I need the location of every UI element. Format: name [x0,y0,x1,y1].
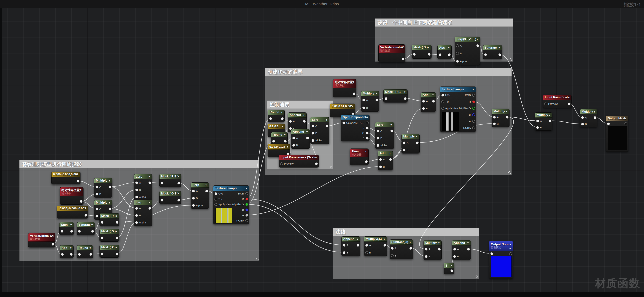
dropdown-icon[interactable]: ▼ [80,188,82,191]
input-pin-B[interactable] [493,122,496,125]
input-pin-B[interactable] [365,251,368,254]
dropdown-icon[interactable]: ▼ [438,242,440,244]
input-pin-0[interactable] [484,53,487,56]
node-appn1[interactable]: Append▼AB [342,236,360,256]
input-pin-B[interactable] [192,197,195,200]
node-add1[interactable]: Add▼AB [421,92,436,112]
input-pin-B[interactable] [581,123,584,126]
input-pin-A[interactable] [493,116,496,119]
dropdown-icon[interactable]: ▼ [568,96,570,99]
dropdown-icon[interactable]: ▼ [177,192,180,195]
dropdown-icon[interactable]: ▼ [390,124,392,126]
output-pin-0[interactable] [84,214,87,217]
output-pin-0[interactable] [365,160,368,163]
dropdown-icon[interactable]: ▼ [352,80,355,83]
node-rnd3[interactable]: Round▼ [77,245,93,258]
dropdown-icon[interactable]: ▼ [404,90,406,94]
output-pin-0[interactable] [594,116,596,119]
dropdown-icon[interactable]: ▼ [84,207,86,210]
input-pin-UVs[interactable] [214,192,217,195]
dropdown-icon[interactable]: ▼ [364,150,367,152]
collapse-icon[interactable]: ▲ [245,187,248,190]
node-outn[interactable]: Output Normal正在预览▲ [489,241,513,279]
dropdown-icon[interactable]: ▼ [448,46,450,49]
node-mula[interactable]: Multiply▼AB [94,178,112,198]
output-pin-0[interactable] [548,120,552,122]
input-pin-B[interactable] [425,255,428,258]
output-pin-0[interactable] [80,200,82,203]
dropdown-icon[interactable]: ▼ [302,114,305,116]
node-split1[interactable]: SplitComponents▼Color (V3)RGBRGB [341,114,370,141]
output-pin-0[interactable] [77,180,80,182]
node-header[interactable]: SplitComponents [341,115,369,120]
dropdown-icon[interactable]: ▼ [115,246,118,249]
input-pin-Alpha[interactable] [456,60,459,63]
output-pin-0[interactable] [303,120,306,123]
output-pin-RGB[interactable] [245,192,248,195]
dropdown-icon[interactable]: ▼ [428,46,430,49]
node-maskr1[interactable]: Mask ( R )▼ [100,213,120,226]
input-pin-B[interactable] [376,137,379,140]
dropdown-icon[interactable]: ▼ [450,264,452,267]
node-rnd2[interactable]: Round▼ [271,132,288,145]
input-pin-A[interactable] [135,181,138,184]
input-pin-0[interactable] [78,253,81,256]
dropdown-icon[interactable]: ▼ [286,145,289,148]
node-lerpb[interactable]: Lerp▼ABAlpha [134,200,152,226]
output-pin-0[interactable] [281,117,284,120]
input-pin-0[interactable] [78,230,81,233]
node-header[interactable]: 0.006,-0.006,0.003 [52,172,80,177]
node-appn2[interactable]: Append▼AB [452,240,471,260]
input-pin-A[interactable] [96,186,98,188]
input-pin-B[interactable] [379,166,382,168]
input-pin-A[interactable] [96,208,98,210]
input-pin-0[interactable] [101,221,104,224]
output-pin-0[interactable] [353,92,356,95]
output-pin-0[interactable] [177,199,180,202]
node-mulr2[interactable]: Multiply▼AB [580,109,597,127]
dropdown-icon[interactable]: ▼ [89,246,92,250]
graph-canvas[interactable]: 获得一个中间白上下两端黑的遮罩创建移动的遮罩控制速度将纹理对模型进行四周投影法线… [0,0,644,297]
node-mul1[interactable]: Multiply▼AB [361,91,379,112]
input-pin-B[interactable] [135,188,138,191]
node-sub3[interactable]: Subtract(,3)▼AB [390,240,413,259]
dropdown-icon[interactable]: ▼ [108,201,111,204]
output-pin-0[interactable] [116,236,118,239]
dropdown-icon[interactable]: ▼ [70,224,72,226]
comment-resize-handle[interactable] [510,58,512,61]
output-pin-0[interactable] [390,130,393,132]
input-pin-0[interactable] [490,252,493,255]
output-pin-B[interactable] [245,208,248,211]
input-pin-Alpha[interactable] [376,144,379,147]
node-maskrb2[interactable]: Mask ( R B )▼ [384,89,408,102]
output-pin-0[interactable] [306,136,309,140]
comment-header-c4[interactable]: 将纹理对模型进行四周投影 [19,160,259,168]
node-header[interactable]: Texture Sample [213,186,249,191]
output-pin-0[interactable] [416,142,419,144]
node-ts2[interactable]: Texture Sample▲UVsTexApply View MipBiasR… [440,86,476,132]
input-pin-B[interactable] [422,107,425,110]
output-pin-0[interactable] [402,58,404,60]
dropdown-icon[interactable]: ▼ [506,110,508,113]
input-pin-A[interactable] [362,98,365,102]
input-pin-A[interactable] [365,244,368,247]
node-awp1[interactable]: 绝对世界位置输入数据▼ [333,79,356,97]
output-pin-0[interactable] [428,53,431,56]
dropdown-icon[interactable]: ▼ [325,118,328,121]
dropdown-icon[interactable]: ▼ [306,130,308,133]
output-pin-R[interactable] [245,198,248,200]
node-abs2[interactable]: Abs▼ [60,245,74,258]
input-pin-0[interactable] [607,122,610,125]
dropdown-icon[interactable]: ▼ [409,241,412,244]
output-pin-0[interactable] [108,208,112,210]
node-muln[interactable]: Multiply▼AB [402,134,420,154]
input-pin-Tex[interactable] [441,100,444,103]
dropdown-icon[interactable]: ▼ [476,38,478,41]
node-mulr1[interactable]: Multiply▼AB [535,112,552,130]
dropdown-icon[interactable]: ▼ [401,46,404,48]
node-sat2[interactable]: Saturate▼ [77,222,95,235]
comment-header-c1[interactable]: 获得一个中间白上下两端黑的遮罩 [375,18,513,27]
dropdown-icon[interactable]: ▼ [148,201,150,204]
dropdown-icon[interactable]: ▼ [280,111,283,114]
node-abs1[interactable]: Abs▼ [438,45,452,59]
